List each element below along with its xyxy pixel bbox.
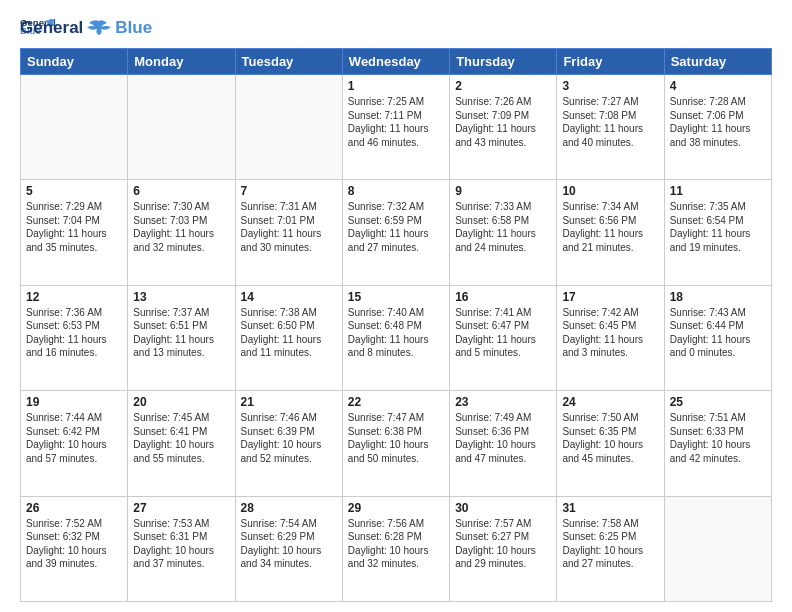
day-number: 6 — [133, 184, 229, 198]
calendar-cell: 5Sunrise: 7:29 AM Sunset: 7:04 PM Daylig… — [21, 180, 128, 285]
calendar-cell: 20Sunrise: 7:45 AM Sunset: 6:41 PM Dayli… — [128, 391, 235, 496]
calendar-week-5: 26Sunrise: 7:52 AM Sunset: 6:32 PM Dayli… — [21, 496, 772, 601]
calendar-cell: 24Sunrise: 7:50 AM Sunset: 6:35 PM Dayli… — [557, 391, 664, 496]
calendar-week-4: 19Sunrise: 7:44 AM Sunset: 6:42 PM Dayli… — [21, 391, 772, 496]
day-number: 15 — [348, 290, 444, 304]
calendar-cell: 21Sunrise: 7:46 AM Sunset: 6:39 PM Dayli… — [235, 391, 342, 496]
day-number: 31 — [562, 501, 658, 515]
calendar-cell: 27Sunrise: 7:53 AM Sunset: 6:31 PM Dayli… — [128, 496, 235, 601]
col-header-thursday: Thursday — [450, 49, 557, 75]
logo-blue: Blue — [115, 18, 152, 38]
day-number: 24 — [562, 395, 658, 409]
col-header-monday: Monday — [128, 49, 235, 75]
col-header-wednesday: Wednesday — [342, 49, 449, 75]
day-info: Sunrise: 7:36 AM Sunset: 6:53 PM Dayligh… — [26, 306, 122, 360]
day-number: 8 — [348, 184, 444, 198]
day-info: Sunrise: 7:54 AM Sunset: 6:29 PM Dayligh… — [241, 517, 337, 571]
calendar-week-2: 5Sunrise: 7:29 AM Sunset: 7:04 PM Daylig… — [21, 180, 772, 285]
day-number: 12 — [26, 290, 122, 304]
calendar-header-row: SundayMondayTuesdayWednesdayThursdayFrid… — [21, 49, 772, 75]
day-number: 17 — [562, 290, 658, 304]
calendar-cell: 22Sunrise: 7:47 AM Sunset: 6:38 PM Dayli… — [342, 391, 449, 496]
day-info: Sunrise: 7:25 AM Sunset: 7:11 PM Dayligh… — [348, 95, 444, 149]
day-info: Sunrise: 7:58 AM Sunset: 6:25 PM Dayligh… — [562, 517, 658, 571]
day-number: 7 — [241, 184, 337, 198]
calendar-cell: 6Sunrise: 7:30 AM Sunset: 7:03 PM Daylig… — [128, 180, 235, 285]
day-info: Sunrise: 7:26 AM Sunset: 7:09 PM Dayligh… — [455, 95, 551, 149]
day-info: Sunrise: 7:47 AM Sunset: 6:38 PM Dayligh… — [348, 411, 444, 465]
day-number: 22 — [348, 395, 444, 409]
calendar-cell — [128, 75, 235, 180]
day-number: 26 — [26, 501, 122, 515]
day-number: 4 — [670, 79, 766, 93]
calendar-cell: 9Sunrise: 7:33 AM Sunset: 6:58 PM Daylig… — [450, 180, 557, 285]
logo-general: General — [20, 18, 83, 38]
day-info: Sunrise: 7:34 AM Sunset: 6:56 PM Dayligh… — [562, 200, 658, 254]
col-header-tuesday: Tuesday — [235, 49, 342, 75]
calendar-cell: 8Sunrise: 7:32 AM Sunset: 6:59 PM Daylig… — [342, 180, 449, 285]
day-number: 2 — [455, 79, 551, 93]
page: General Blue General Blue SundayMondayTu… — [0, 0, 792, 612]
calendar-cell: 7Sunrise: 7:31 AM Sunset: 7:01 PM Daylig… — [235, 180, 342, 285]
calendar-cell: 26Sunrise: 7:52 AM Sunset: 6:32 PM Dayli… — [21, 496, 128, 601]
day-number: 3 — [562, 79, 658, 93]
calendar-cell: 19Sunrise: 7:44 AM Sunset: 6:42 PM Dayli… — [21, 391, 128, 496]
header: General Blue General Blue — [20, 16, 772, 38]
day-info: Sunrise: 7:29 AM Sunset: 7:04 PM Dayligh… — [26, 200, 122, 254]
day-info: Sunrise: 7:49 AM Sunset: 6:36 PM Dayligh… — [455, 411, 551, 465]
day-info: Sunrise: 7:51 AM Sunset: 6:33 PM Dayligh… — [670, 411, 766, 465]
day-info: Sunrise: 7:27 AM Sunset: 7:08 PM Dayligh… — [562, 95, 658, 149]
calendar-cell: 10Sunrise: 7:34 AM Sunset: 6:56 PM Dayli… — [557, 180, 664, 285]
day-number: 13 — [133, 290, 229, 304]
day-info: Sunrise: 7:56 AM Sunset: 6:28 PM Dayligh… — [348, 517, 444, 571]
calendar-cell: 4Sunrise: 7:28 AM Sunset: 7:06 PM Daylig… — [664, 75, 771, 180]
day-info: Sunrise: 7:35 AM Sunset: 6:54 PM Dayligh… — [670, 200, 766, 254]
day-number: 10 — [562, 184, 658, 198]
calendar-cell: 17Sunrise: 7:42 AM Sunset: 6:45 PM Dayli… — [557, 285, 664, 390]
day-number: 25 — [670, 395, 766, 409]
calendar-cell: 1Sunrise: 7:25 AM Sunset: 7:11 PM Daylig… — [342, 75, 449, 180]
day-info: Sunrise: 7:31 AM Sunset: 7:01 PM Dayligh… — [241, 200, 337, 254]
day-number: 19 — [26, 395, 122, 409]
day-info: Sunrise: 7:38 AM Sunset: 6:50 PM Dayligh… — [241, 306, 337, 360]
day-number: 29 — [348, 501, 444, 515]
calendar-cell: 12Sunrise: 7:36 AM Sunset: 6:53 PM Dayli… — [21, 285, 128, 390]
day-info: Sunrise: 7:43 AM Sunset: 6:44 PM Dayligh… — [670, 306, 766, 360]
day-number: 9 — [455, 184, 551, 198]
calendar-cell — [235, 75, 342, 180]
calendar-cell: 15Sunrise: 7:40 AM Sunset: 6:48 PM Dayli… — [342, 285, 449, 390]
day-number: 5 — [26, 184, 122, 198]
day-number: 11 — [670, 184, 766, 198]
day-info: Sunrise: 7:41 AM Sunset: 6:47 PM Dayligh… — [455, 306, 551, 360]
bird-icon — [85, 19, 113, 37]
logo: General Blue General Blue — [20, 16, 152, 38]
calendar-cell: 23Sunrise: 7:49 AM Sunset: 6:36 PM Dayli… — [450, 391, 557, 496]
calendar-cell: 28Sunrise: 7:54 AM Sunset: 6:29 PM Dayli… — [235, 496, 342, 601]
calendar-cell — [21, 75, 128, 180]
calendar-cell: 13Sunrise: 7:37 AM Sunset: 6:51 PM Dayli… — [128, 285, 235, 390]
day-number: 1 — [348, 79, 444, 93]
calendar-cell: 30Sunrise: 7:57 AM Sunset: 6:27 PM Dayli… — [450, 496, 557, 601]
day-info: Sunrise: 7:32 AM Sunset: 6:59 PM Dayligh… — [348, 200, 444, 254]
day-info: Sunrise: 7:53 AM Sunset: 6:31 PM Dayligh… — [133, 517, 229, 571]
day-info: Sunrise: 7:30 AM Sunset: 7:03 PM Dayligh… — [133, 200, 229, 254]
calendar-cell: 31Sunrise: 7:58 AM Sunset: 6:25 PM Dayli… — [557, 496, 664, 601]
calendar-week-1: 1Sunrise: 7:25 AM Sunset: 7:11 PM Daylig… — [21, 75, 772, 180]
day-info: Sunrise: 7:28 AM Sunset: 7:06 PM Dayligh… — [670, 95, 766, 149]
calendar-cell: 18Sunrise: 7:43 AM Sunset: 6:44 PM Dayli… — [664, 285, 771, 390]
day-info: Sunrise: 7:44 AM Sunset: 6:42 PM Dayligh… — [26, 411, 122, 465]
day-number: 16 — [455, 290, 551, 304]
day-info: Sunrise: 7:37 AM Sunset: 6:51 PM Dayligh… — [133, 306, 229, 360]
day-info: Sunrise: 7:46 AM Sunset: 6:39 PM Dayligh… — [241, 411, 337, 465]
calendar-cell: 25Sunrise: 7:51 AM Sunset: 6:33 PM Dayli… — [664, 391, 771, 496]
calendar-cell: 29Sunrise: 7:56 AM Sunset: 6:28 PM Dayli… — [342, 496, 449, 601]
calendar-cell: 3Sunrise: 7:27 AM Sunset: 7:08 PM Daylig… — [557, 75, 664, 180]
day-number: 27 — [133, 501, 229, 515]
day-info: Sunrise: 7:33 AM Sunset: 6:58 PM Dayligh… — [455, 200, 551, 254]
calendar-week-3: 12Sunrise: 7:36 AM Sunset: 6:53 PM Dayli… — [21, 285, 772, 390]
day-info: Sunrise: 7:45 AM Sunset: 6:41 PM Dayligh… — [133, 411, 229, 465]
day-info: Sunrise: 7:40 AM Sunset: 6:48 PM Dayligh… — [348, 306, 444, 360]
day-number: 18 — [670, 290, 766, 304]
day-info: Sunrise: 7:42 AM Sunset: 6:45 PM Dayligh… — [562, 306, 658, 360]
col-header-saturday: Saturday — [664, 49, 771, 75]
